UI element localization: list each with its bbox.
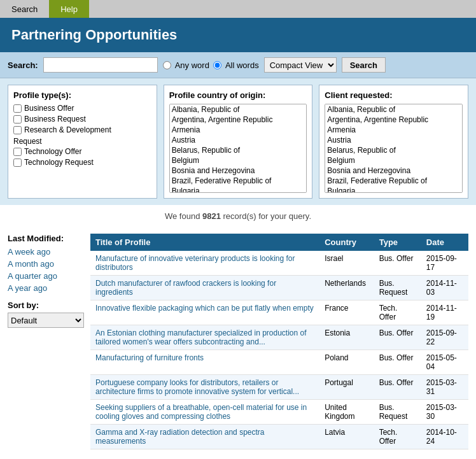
radio-all-words[interactable] bbox=[213, 61, 221, 69]
filter-profile-type: Profile type(s): Business Offer Business… bbox=[8, 85, 157, 199]
checkbox-business-offer: Business Offer bbox=[13, 104, 151, 113]
filter-profile-country-heading: Profile country of origin: bbox=[169, 90, 307, 100]
col-header-title: Title of Profile bbox=[90, 234, 319, 251]
main-content: Last Modified: A week ago A month ago A … bbox=[0, 234, 476, 456]
table-row: An Estonian clothing manufacturer specia… bbox=[90, 325, 468, 350]
checkbox-r-and-d-label: Research & Development bbox=[24, 125, 111, 134]
filter-quarter-ago[interactable]: A quarter ago bbox=[8, 271, 84, 281]
radio-any-word-label[interactable]: Any word bbox=[175, 60, 209, 70]
results-table: Title of Profile Country Type Date Manuf… bbox=[90, 234, 468, 449]
result-title-link[interactable]: Manufacturing of furniture fronts bbox=[95, 353, 204, 362]
sort-select[interactable]: Default bbox=[8, 313, 84, 328]
result-type: Bus. Offer bbox=[374, 251, 421, 276]
result-date: 2014-10-24 bbox=[421, 425, 468, 449]
results-summary: We found 9821 record(s) for your query. bbox=[8, 211, 468, 221]
results-summary-text: We found bbox=[165, 211, 202, 221]
result-title-link[interactable]: Gamma and X-ray radiation detection and … bbox=[95, 428, 264, 446]
top-menu-bar: Search Help bbox=[0, 0, 476, 18]
result-date: 2015-03-31 bbox=[421, 375, 468, 400]
filter-month-ago[interactable]: A month ago bbox=[8, 259, 84, 269]
view-select[interactable]: Compact View Full View bbox=[264, 57, 337, 73]
checkbox-tech-offer-label: Technology Offer bbox=[24, 147, 82, 156]
result-title-link[interactable]: Dutch manufacturer of rawfood crackers i… bbox=[95, 279, 276, 297]
checkbox-business-offer-input[interactable] bbox=[13, 104, 22, 113]
checkbox-tech-offer-input[interactable] bbox=[13, 148, 22, 156]
result-date: 2015-05-04 bbox=[421, 350, 468, 375]
col-header-date: Date bbox=[421, 234, 468, 251]
result-type: Tech. Offer bbox=[374, 425, 421, 449]
checkbox-business-request-input[interactable] bbox=[13, 115, 22, 124]
checkbox-business-request-label: Business Request bbox=[24, 115, 86, 124]
checkbox-tech-offer: Technology Offer bbox=[13, 147, 151, 156]
results-area: We found 9821 record(s) for your query. bbox=[0, 205, 476, 234]
checkbox-r-and-d-input[interactable] bbox=[13, 126, 22, 134]
profile-country-list[interactable]: Albania, Republic ofArgentina, Argentine… bbox=[169, 104, 307, 193]
checkbox-r-and-d: Research & Development bbox=[13, 125, 151, 134]
result-country: Israel bbox=[319, 251, 374, 276]
result-country: Poland bbox=[319, 350, 374, 375]
results-summary-end: record(s) for your query. bbox=[221, 211, 311, 221]
result-date: 2014-11-03 bbox=[421, 276, 468, 300]
result-title-link[interactable]: An Estonian clothing manufacturer specia… bbox=[95, 328, 307, 346]
col-header-type: Type bbox=[374, 234, 421, 251]
search-bar: Search: Any word All words Compact View … bbox=[0, 52, 476, 78]
result-title-link[interactable]: Portuguese company looks for distributor… bbox=[95, 378, 299, 396]
search-button[interactable]: Search bbox=[342, 57, 386, 73]
result-date: 2015-03-30 bbox=[421, 400, 468, 425]
result-type: Bus. Offer bbox=[374, 350, 421, 375]
radio-all-words-label[interactable]: All words bbox=[225, 60, 259, 70]
search-input[interactable] bbox=[43, 57, 158, 73]
table-row: Manufacturing of furniture frontsPolandB… bbox=[90, 350, 468, 375]
result-date: 2015-09-17 bbox=[421, 251, 468, 276]
menu-item-search[interactable]: Search bbox=[0, 0, 49, 18]
result-country: Estonia bbox=[319, 325, 374, 350]
menu-item-help[interactable]: Help bbox=[49, 0, 89, 18]
result-country: Latvia bbox=[319, 425, 374, 449]
result-country: United Kingdom bbox=[319, 400, 374, 425]
result-country: France bbox=[319, 300, 374, 325]
checkbox-tech-request: Technology Request bbox=[13, 158, 151, 167]
filter-client-requested: Client requested: Albania, Republic ofAr… bbox=[319, 85, 468, 199]
search-label: Search: bbox=[8, 60, 38, 70]
checkbox-tech-request-input[interactable] bbox=[13, 159, 22, 167]
radio-group-words: Any word All words bbox=[163, 60, 259, 70]
result-type: Bus. Offer bbox=[374, 375, 421, 400]
result-country: Netherlands bbox=[319, 276, 374, 300]
left-sidebar: Last Modified: A week ago A month ago A … bbox=[8, 234, 90, 449]
radio-any-word[interactable] bbox=[163, 61, 171, 69]
result-date: 2014-11-19 bbox=[421, 300, 468, 325]
sort-label: Sort by: bbox=[8, 300, 84, 310]
result-type: Bus. Request bbox=[374, 400, 421, 425]
results-count: 9821 bbox=[202, 211, 221, 221]
result-date: 2015-09-22 bbox=[421, 325, 468, 350]
result-title-link[interactable]: Manufacture of innovative veterinary pro… bbox=[95, 254, 295, 272]
filter-week-ago[interactable]: A week ago bbox=[8, 247, 84, 257]
filter-profile-type-heading: Profile type(s): bbox=[13, 90, 151, 100]
table-row: Manufacture of innovative veterinary pro… bbox=[90, 251, 468, 276]
group-label-request: Request bbox=[13, 137, 151, 146]
filter-panel: Profile type(s): Business Offer Business… bbox=[0, 78, 476, 205]
checkbox-tech-request-label: Technology Request bbox=[24, 158, 94, 167]
table-row: Seeking suppliers of a breathable, open-… bbox=[90, 400, 468, 425]
client-requested-list[interactable]: Albania, Republic ofArgentina, Argentine… bbox=[325, 104, 463, 193]
filter-year-ago[interactable]: A year ago bbox=[8, 283, 84, 293]
filter-profile-country: Profile country of origin: Albania, Repu… bbox=[164, 85, 313, 199]
result-type: Bus. Request bbox=[374, 276, 421, 300]
result-type: Tech. Offer bbox=[374, 300, 421, 325]
page-header: Partnering Opportunities bbox=[0, 18, 476, 52]
table-row: Dutch manufacturer of rawfood crackers i… bbox=[90, 276, 468, 300]
table-row: Gamma and X-ray radiation detection and … bbox=[90, 425, 468, 449]
checkbox-business-offer-label: Business Offer bbox=[24, 104, 74, 113]
result-country: Portugal bbox=[319, 375, 374, 400]
table-header-row: Title of Profile Country Type Date bbox=[90, 234, 468, 251]
filter-client-requested-heading: Client requested: bbox=[325, 90, 463, 100]
result-type: Bus. Offer bbox=[374, 325, 421, 350]
page-title: Partnering Opportunities bbox=[11, 27, 177, 43]
last-modified-label: Last Modified: bbox=[8, 234, 84, 243]
col-header-country: Country bbox=[319, 234, 374, 251]
table-row: Innovative flexible packaging which can … bbox=[90, 300, 468, 325]
result-title-link[interactable]: Seeking suppliers of a breathable, open-… bbox=[95, 403, 307, 421]
result-title-link[interactable]: Innovative flexible packaging which can … bbox=[95, 304, 314, 313]
table-row: Portuguese company looks for distributor… bbox=[90, 375, 468, 400]
checkbox-business-request: Business Request bbox=[13, 115, 151, 124]
